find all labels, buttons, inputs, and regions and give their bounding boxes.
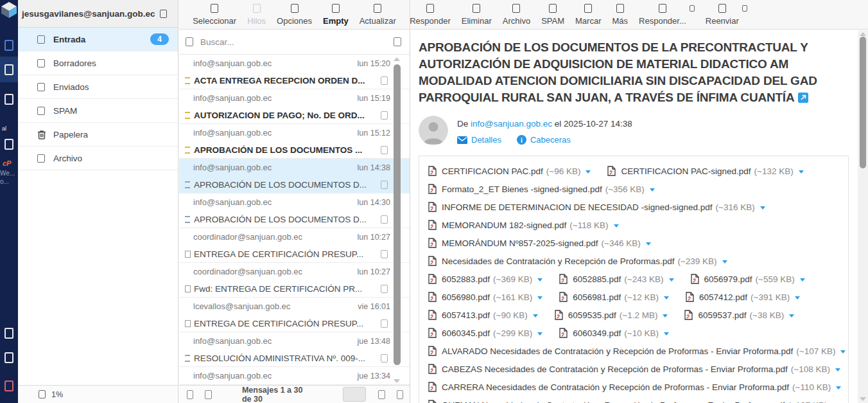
sidebar-item-papelera[interactable]: Papelera [18, 123, 178, 147]
message-row[interactable]: info@sanjuan.gob.eclun 15:19AUTORIZACION… [179, 89, 410, 124]
message-checkbox[interactable] [381, 354, 388, 363]
attachment-item[interactable]: 6052885.pdf(~243 KB) [559, 274, 673, 284]
rail-item-1[interactable] [0, 33, 18, 57]
attachment-dropdown-icon[interactable] [789, 314, 794, 318]
attachment-item[interactable]: 6060349.pdf(~10 KB) [559, 328, 669, 338]
rail-item-3[interactable] [0, 132, 18, 156]
attachment-dropdown-icon[interactable] [614, 224, 619, 228]
message-status-icon[interactable] [184, 355, 191, 362]
attachment-item[interactable]: CARRERA Necesidades de Contratación y Re… [428, 382, 841, 392]
marcar-button[interactable]: Marcar [575, 4, 601, 26]
details-link[interactable]: Detalles [457, 135, 501, 145]
search-options-icon[interactable] [394, 37, 401, 46]
scroll-up-icon[interactable] [394, 57, 400, 61]
attachment-item[interactable]: Necesidades de Contratación y Recepción … [428, 256, 727, 266]
message-checkbox[interactable] [381, 215, 388, 224]
search-icon[interactable] [186, 37, 193, 46]
prev-page-icon[interactable] [378, 390, 385, 399]
attachment-dropdown-icon[interactable] [537, 278, 542, 282]
account-header[interactable]: jesusgavilanes@sanjuan.gob.ec [18, 0, 178, 28]
message-row[interactable]: info@sanjuan.gob.eclun 15:12APROBACIÓN D… [179, 124, 410, 159]
attachment-dropdown-icon[interactable] [836, 386, 841, 390]
attachment-item[interactable]: 6060345.pdf(~299 KB) [428, 328, 542, 338]
attachment-dropdown-icon[interactable] [722, 260, 727, 264]
account-menu-icon[interactable] [160, 10, 167, 18]
scroll-down-icon[interactable] [394, 379, 400, 383]
opciones-button[interactable]: Opciones [277, 4, 312, 26]
mail-scrollbar-thumb[interactable] [860, 37, 866, 168]
message-status-icon[interactable] [184, 320, 191, 327]
attachment-item[interactable]: CERTIFICACION PAC.pdf(~96 KB) [428, 166, 591, 176]
m-s-button[interactable]: Más [612, 4, 628, 26]
attachment-dropdown-icon[interactable] [835, 368, 840, 372]
message-checkbox[interactable] [381, 111, 388, 120]
attachment-dropdown-icon[interactable] [800, 278, 805, 282]
actualizar-button[interactable]: Actualizar [360, 4, 396, 26]
reenviar-button[interactable]: Reenviar [706, 4, 739, 26]
attachment-item[interactable]: MEMORANDUM 182-signed.pdf(~118 KB) [428, 220, 619, 230]
open-in-new-window-icon[interactable] [798, 91, 808, 107]
seleccionar-button[interactable]: Seleccionar [193, 4, 236, 26]
search-input[interactable] [199, 37, 388, 48]
list-scrollbar-thumb[interactable] [394, 64, 401, 365]
message-checkbox[interactable] [381, 181, 388, 189]
page-box[interactable] [343, 387, 366, 402]
attachment-dropdown-icon[interactable] [533, 314, 538, 318]
message-checkbox[interactable] [381, 76, 388, 85]
attachment-item[interactable]: 6056981.pdf(~12 KB) [559, 292, 669, 302]
sidebar-item-archivo[interactable]: Archivo [18, 147, 178, 170]
attachment-item[interactable]: MEMORÁNDUM Nº857-2025-signed.pdf(~346 KB… [428, 238, 651, 248]
attachment-dropdown-icon[interactable] [669, 278, 674, 282]
next-page-icon[interactable] [397, 390, 403, 399]
message-row[interactable]: info@sanjuan.gob.ecjue 13:48RESOLUCIÓN A… [179, 332, 410, 367]
message-status-icon[interactable] [184, 77, 191, 84]
app-logo[interactable] [1, 1, 17, 21]
message-checkbox[interactable] [381, 285, 388, 293]
message-status-icon[interactable] [184, 285, 191, 292]
message-row[interactable]: lcevallos@sanjuan.gob.ecvie 16:01ENTREGA… [179, 298, 410, 332]
rail-item-mail-active[interactable] [0, 57, 18, 82]
list-options-icon[interactable] [205, 390, 211, 399]
scroll-up-icon[interactable] [860, 32, 866, 36]
attachment-item[interactable]: 6057412.pdf(~391 KB) [686, 292, 800, 302]
message-status-icon[interactable] [184, 112, 191, 119]
message-status-icon[interactable] [184, 147, 191, 154]
attachment-item[interactable]: 6059535.pdf(~1.2 MB) [555, 310, 668, 320]
attachment-dropdown-icon[interactable] [840, 350, 846, 354]
attachment-item[interactable]: CABEZAS Necesidades de Contratación y Re… [428, 364, 840, 374]
scroll-down-icon[interactable] [860, 397, 866, 401]
attachment-item[interactable]: Formato_2_ET Bienes -signed-signed.pdf(~… [428, 184, 655, 194]
cpanel-logo[interactable]: cP [3, 159, 11, 167]
message-status-icon[interactable] [184, 251, 191, 258]
rail-item-5[interactable] [0, 346, 18, 369]
sidebar-item-enviados[interactable]: Enviados [18, 75, 178, 99]
list-scrollbar[interactable] [393, 55, 401, 385]
attachment-dropdown-icon[interactable] [760, 206, 765, 210]
attachment-item[interactable]: GUZMAN Necesidades de Contratación y Rec… [428, 400, 837, 403]
attachment-dropdown-icon[interactable] [664, 296, 669, 300]
mail-scrollbar[interactable] [858, 30, 868, 403]
message-row[interactable]: coordinador@sanjuan.gob.eclun 10:27ENTRE… [179, 228, 410, 263]
attachment-item[interactable]: 6057413.pdf(~90 KB) [428, 310, 538, 320]
responder-button[interactable]: Responder [410, 4, 451, 26]
responder-button[interactable]: Responder... [639, 4, 686, 26]
attachment-item[interactable]: 6056980.pdf(~161 KB) [428, 292, 542, 302]
message-row[interactable]: info@sanjuan.gob.eclun 14:38APROBACIÓN D… [179, 159, 410, 193]
rail-item-4[interactable] [0, 321, 18, 345]
sidebar-item-borradores[interactable]: Borradores [18, 51, 178, 75]
attachment-item[interactable]: 6059537.pdf(~38 KB) [684, 310, 794, 320]
empty-button[interactable]: Empty [323, 4, 349, 26]
dropdown-caret-icon[interactable] [742, 5, 747, 12]
attachment-dropdown-icon[interactable] [537, 296, 542, 300]
sender-email-link[interactable]: info@sanjuan.gob.ec [471, 119, 552, 129]
sidebar-item-spam[interactable]: SPAM [18, 99, 178, 123]
rail-item-logout[interactable] [0, 374, 18, 397]
message-status-icon[interactable] [184, 181, 191, 188]
message-checkbox[interactable] [381, 250, 388, 258]
attachment-item[interactable]: 6056979.pdf(~559 KB) [691, 274, 805, 284]
rail-item-2[interactable] [0, 87, 18, 111]
spam-button[interactable]: SPAM [541, 4, 564, 26]
headers-link[interactable]: Cabeceras [517, 135, 571, 145]
select-all-icon[interactable] [187, 390, 193, 399]
sidebar-item-entrada[interactable]: Entrada4 [18, 28, 178, 51]
